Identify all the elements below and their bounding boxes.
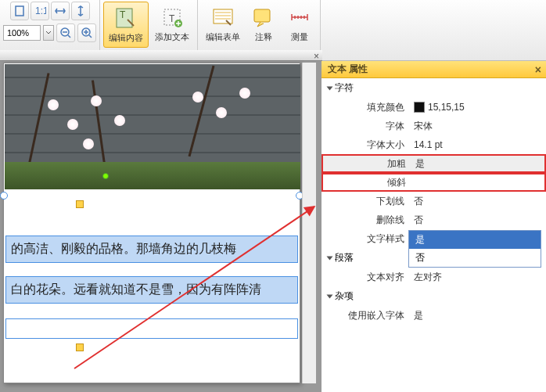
section-paragraph-label: 段落 — [335, 251, 354, 264]
embed-value: 是 — [409, 309, 546, 322]
blossom-decoration — [114, 115, 125, 126]
bold-label: 加粗 — [323, 157, 411, 171]
annotate-button[interactable]: 注释 — [246, 2, 281, 46]
annotate-icon — [251, 5, 276, 30]
edit-form-label: 编辑表单 — [206, 31, 240, 43]
document-scrollbar[interactable] — [302, 63, 316, 383]
dropdown-option-yes[interactable]: 是 — [409, 231, 541, 249]
add-text-icon: T — [160, 5, 185, 30]
fit-page-button[interactable] — [10, 2, 29, 20]
close-tab-icon[interactable]: × — [314, 51, 319, 62]
edit-content-button[interactable]: T 编辑内容 — [103, 2, 149, 48]
italic-label: 倾斜 — [323, 176, 411, 189]
measure-button[interactable]: 测量 — [282, 2, 317, 46]
row-fill-color[interactable]: 填充颜色15,15,15 — [321, 98, 546, 117]
text-block-1[interactable]: 的高洁、刚毅的品格。那墙角边的几枝梅 — [5, 236, 298, 263]
align-value: 左对齐 — [409, 271, 546, 284]
row-font[interactable]: 字体宋体 — [321, 117, 546, 135]
add-text-button[interactable]: T 添加文本 — [150, 2, 194, 46]
row-italic[interactable]: 倾斜 — [321, 173, 546, 192]
text-content-2: 白的花朵。远看就知道不是雪，因为有阵阵清 — [6, 277, 297, 303]
text-block-empty[interactable] — [5, 318, 298, 339]
blossom-decoration — [83, 138, 94, 149]
fit-height-button[interactable] — [71, 2, 90, 20]
font-label: 字体 — [321, 120, 409, 133]
zoom-out-button[interactable] — [56, 23, 75, 42]
row-bold[interactable]: 加粗是 — [321, 154, 546, 173]
measure-label: 测量 — [291, 31, 308, 43]
annotate-label: 注释 — [255, 31, 272, 43]
text-block-2[interactable]: 白的花朵。远看就知道不是雪，因为有阵阵清 — [5, 276, 298, 304]
strike-value: 否 — [409, 214, 546, 227]
section-misc-label: 杂项 — [335, 290, 354, 303]
document-tab-bar: × — [0, 50, 322, 61]
actual-size-button[interactable]: 1:1 — [31, 2, 49, 20]
document-area: × 的高洁、刚毅的品格。那墙角边的几枝梅 白的花朵。远看就知道不是雪，因为有阵阵 — [0, 61, 321, 392]
row-strike[interactable]: 删除线否 — [321, 210, 546, 229]
add-text-label: 添加文本 — [155, 31, 189, 43]
edit-content-label: 编辑内容 — [109, 32, 143, 44]
zoom-value[interactable]: 100% — [3, 25, 41, 41]
svg-text:1:1: 1:1 — [35, 5, 46, 16]
blossom-decoration — [67, 119, 78, 130]
svg-rect-10 — [254, 9, 270, 22]
strike-label: 删除线 — [321, 214, 409, 227]
rotate-handle[interactable] — [102, 173, 109, 179]
document-page[interactable]: 的高洁、刚毅的品格。那墙角边的几枝梅 白的花朵。远看就知道不是雪，因为有阵阵清 — [3, 63, 300, 383]
zoom-in-button[interactable] — [77, 23, 96, 42]
underline-value: 否 — [409, 195, 546, 208]
row-embed-font[interactable]: 使用嵌入字体是 — [321, 306, 546, 325]
blossom-decoration — [239, 88, 250, 99]
align-label: 文本对齐 — [321, 271, 409, 284]
properties-panel: 文本 属性 × 字符 填充颜色15,15,15 字体宋体 字体大小14.1 pt… — [321, 61, 546, 392]
svg-text:T: T — [169, 13, 175, 24]
measure-icon — [287, 5, 312, 30]
svg-rect-0 — [16, 6, 23, 16]
font-size-value: 14.1 pt — [409, 139, 546, 150]
font-size-label: 字体大小 — [321, 138, 409, 152]
row-align[interactable]: 文本对齐左对齐 — [321, 268, 546, 286]
svg-text:T: T — [120, 9, 126, 20]
fit-width-button[interactable] — [51, 2, 70, 20]
section-character-label: 字符 — [335, 81, 354, 95]
fill-color-value: 15,15,15 — [428, 102, 465, 113]
color-swatch[interactable] — [414, 102, 425, 113]
blossom-decoration — [216, 107, 227, 118]
expand-icon — [327, 256, 333, 260]
style-label: 文字样式 — [321, 232, 409, 246]
underline-label: 下划线 — [321, 195, 409, 208]
image-object[interactable] — [5, 64, 300, 189]
dropdown-option-no[interactable]: 否 — [409, 249, 541, 267]
blossom-decoration — [91, 95, 102, 106]
expand-icon — [327, 294, 333, 298]
edit-content-icon: T — [113, 5, 138, 31]
embed-label: 使用嵌入字体 — [321, 309, 409, 322]
row-font-size[interactable]: 字体大小14.1 pt — [321, 135, 546, 154]
zoom-dropdown[interactable] — [43, 25, 54, 41]
bold-value: 是 — [411, 157, 544, 171]
close-panel-icon[interactable]: × — [535, 63, 541, 76]
blossom-decoration — [192, 92, 203, 102]
text-content-1: 的高洁、刚毅的品格。那墙角边的几枝梅 — [6, 236, 297, 262]
fill-color-label: 填充颜色 — [321, 101, 409, 114]
edit-form-button[interactable]: 编辑表单 — [201, 2, 245, 46]
grass-decoration — [5, 162, 300, 189]
section-character[interactable]: 字符 — [321, 78, 546, 98]
selection-handle-top[interactable] — [76, 200, 84, 208]
expand-icon — [327, 86, 333, 90]
resize-handle-left[interactable] — [0, 192, 8, 200]
svg-rect-9 — [214, 9, 232, 23]
font-value: 宋体 — [409, 120, 546, 133]
italic-dropdown-open: 是 否 — [408, 230, 541, 268]
section-misc[interactable]: 杂项 — [321, 286, 546, 306]
selection-handle-bottom[interactable] — [76, 343, 84, 351]
blossom-decoration — [48, 99, 59, 110]
properties-title: 文本 属性 × — [321, 61, 546, 78]
properties-title-text: 文本 属性 — [328, 63, 368, 76]
row-underline[interactable]: 下划线否 — [321, 192, 546, 210]
edit-form-icon — [210, 5, 235, 30]
